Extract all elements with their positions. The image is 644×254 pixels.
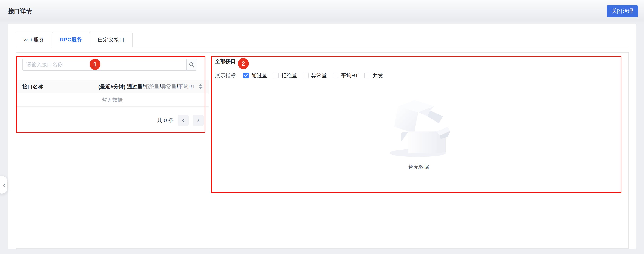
top-header: 接口详情 关闭治理 [0,0,644,24]
metric-item-exception[interactable]: 异常量 [303,72,327,79]
metrics-col-reject: 拒绝量 [144,83,160,90]
metric-label: 并发 [372,72,383,79]
sort-caret-up-icon [199,84,202,86]
tab-custom-interface[interactable]: 自定义接口 [90,32,132,47]
check-icon [244,74,248,77]
chart-empty-state: 暂无数据 [386,97,451,170]
metrics-col-sep: / [160,84,161,90]
chevron-left-icon: ‹ [3,180,6,190]
all-interfaces-title: 全部接口 [215,58,236,65]
metric-item-avg-rt[interactable]: 平均RT [332,72,358,79]
metric-checkbox-avg-rt[interactable] [332,73,338,78]
pagination-total: 共 0 条 [157,117,174,124]
pagination: 共 0 条 ‹ › [157,115,204,126]
tab-web-service[interactable]: web服务 [16,32,52,47]
column-interface-name: 接口名称 [22,83,43,90]
metric-label: 拒绝量 [282,72,297,79]
sidebar-collapse-handle[interactable]: ‹ [0,176,7,194]
column-metrics: (最近5分钟) 通过量 / 拒绝量 / 异常量 / 平均RT [98,83,202,90]
page-title: 接口详情 [8,7,32,16]
table-empty-row: 暂无数据 [16,93,208,106]
content-card: web服务 RPC服务 自定义接口 接口名称 (最近5分钟) 通过量 / [8,24,636,249]
metric-checkbox-concurrency[interactable] [364,73,370,78]
pagination-next-button[interactable]: › [192,115,204,126]
service-tabbar: web服务 RPC服务 自定义接口 [16,32,628,47]
metrics-col-avg-rt: 平均RT [178,83,195,90]
metric-checkbox-pass[interactable] [243,73,249,78]
search-icon [189,62,194,67]
display-metrics-label: 展示指标 [215,72,236,79]
metric-checkbox-reject[interactable] [273,73,279,78]
metric-label: 异常量 [311,72,327,79]
metric-item-reject[interactable]: 拒绝量 [273,72,297,79]
sort-control[interactable] [199,84,202,89]
metrics-col-main: (最近5分钟) 通过量 [98,83,142,90]
metrics-col-exception: 异常量 [161,83,176,90]
metric-item-concurrency[interactable]: 并发 [364,72,383,79]
panel-container: 接口名称 (最近5分钟) 通过量 / 拒绝量 / 异常量 / 平均RT 暂无数据 [16,52,628,248]
chart-empty-text: 暂无数据 [408,163,429,170]
interface-search-input[interactable] [23,59,186,70]
display-metrics-row: 展示指标 通过量 拒绝量 异常量 [215,70,389,81]
interface-search-group [22,59,197,71]
metric-item-pass[interactable]: 通过量 [243,72,267,79]
close-governance-button[interactable]: 关闭治理 [607,5,638,17]
interface-table-header: 接口名称 (最近5分钟) 通过量 / 拒绝量 / 异常量 / 平均RT [16,80,208,93]
metric-checkbox-exception[interactable] [303,73,308,78]
tab-rpc-service[interactable]: RPC服务 [52,32,90,47]
interface-chart-panel: 全部接口 展示指标 通过量 拒绝量 [209,53,628,248]
metric-label: 平均RT [341,72,358,79]
pagination-prev-button[interactable]: ‹ [178,115,189,126]
sort-caret-down-icon [199,87,202,89]
empty-box-illustration [386,97,451,158]
metric-label: 通过量 [252,72,267,79]
metrics-col-sep: / [176,84,178,90]
search-button[interactable] [186,59,196,70]
interface-list-panel: 接口名称 (最近5分钟) 通过量 / 拒绝量 / 异常量 / 平均RT 暂无数据 [16,53,209,248]
